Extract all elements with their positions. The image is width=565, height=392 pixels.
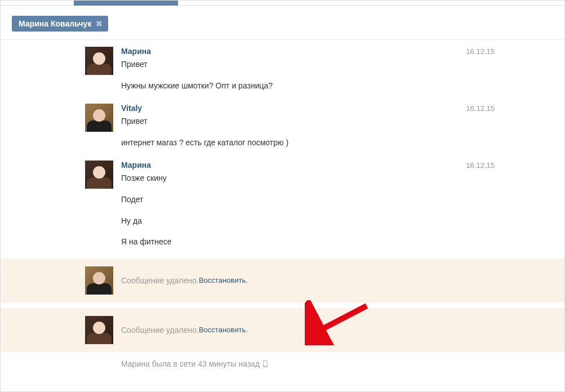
- message-line: Привет: [121, 116, 551, 127]
- svg-point-3: [265, 366, 265, 367]
- deleted-label: Сообщение удалено.: [121, 276, 199, 285]
- avatar[interactable]: [85, 161, 113, 189]
- messages-list: Марина 16.12.15 Привет Нужны мужские шмо…: [1, 40, 564, 353]
- message-header: Марина 16.12.15: [121, 161, 551, 170]
- message-body: Марина 16.12.15 Позже скину Подет Ну да …: [113, 161, 551, 250]
- avatar[interactable]: [85, 47, 113, 75]
- message-body: Vitaly 16.12.15 Привет интернет магаз ? …: [113, 104, 551, 150]
- message-date: 16.12.15: [466, 161, 551, 170]
- app-window: Марина Ковальчук ✖ Марина 16.12.15 Приве…: [0, 0, 565, 392]
- author-link[interactable]: Марина: [121, 47, 151, 56]
- filter-chip-label: Марина Ковальчук: [19, 19, 91, 28]
- message-text: Привет Нужны мужские шмотки? Опт и разни…: [121, 59, 551, 91]
- message-text: Привет интернет магаз ? есть где каталог…: [121, 116, 551, 148]
- message-line: Подет: [121, 194, 551, 206]
- deleted-body: Сообщение удалено. Восстановить.: [113, 266, 551, 295]
- mobile-icon: [263, 360, 268, 367]
- close-icon[interactable]: ✖: [96, 19, 103, 28]
- status-text: Марина была в сети 43 минуты назад: [121, 359, 260, 368]
- avatar[interactable]: [85, 104, 113, 132]
- restore-link[interactable]: Восстановить.: [199, 326, 248, 334]
- filter-bar: Марина Ковальчук ✖: [1, 6, 564, 40]
- message-line: интернет магаз ? есть где каталог посмот…: [121, 137, 551, 149]
- deleted-message-row: Сообщение удалено. Восстановить.: [1, 308, 564, 353]
- message-line: Позже скину: [121, 173, 551, 184]
- message-row: Марина 16.12.15 Привет Нужны мужские шмо…: [1, 40, 564, 97]
- top-nav: [1, 1, 564, 6]
- svg-rect-2: [264, 361, 267, 366]
- message-date: 16.12.15: [466, 104, 551, 113]
- message-line: Привет: [121, 59, 551, 70]
- conversation-filter-chip[interactable]: Марина Ковальчук ✖: [12, 16, 108, 32]
- active-tab-indicator: [74, 1, 178, 6]
- message-line: Я на фитнесе: [121, 237, 551, 248]
- message-header: Vitaly 16.12.15: [121, 104, 551, 113]
- deleted-body: Сообщение удалено. Восстановить.: [113, 316, 551, 344]
- avatar[interactable]: [85, 266, 113, 295]
- message-header: Марина 16.12.15: [121, 47, 551, 56]
- deleted-message-row: Сообщение удалено. Восстановить.: [1, 258, 564, 303]
- restore-link[interactable]: Восстановить.: [199, 276, 248, 284]
- message-text: Позже скину Подет Ну да Я на фитнесе: [121, 173, 551, 247]
- avatar[interactable]: [85, 316, 113, 344]
- author-link[interactable]: Марина: [121, 161, 151, 170]
- deleted-label: Сообщение удалено.: [121, 326, 199, 335]
- message-body: Марина 16.12.15 Привет Нужны мужские шмо…: [113, 47, 551, 93]
- message-line: Ну да: [121, 216, 551, 227]
- message-row: Марина 16.12.15 Позже скину Подет Ну да …: [1, 154, 564, 253]
- online-status: Марина была в сети 43 минуты назад: [1, 353, 564, 377]
- message-row: Vitaly 16.12.15 Привет интернет магаз ? …: [1, 97, 564, 154]
- message-line: Нужны мужские шмотки? Опт и разница?: [121, 81, 551, 92]
- message-date: 16.12.15: [466, 47, 551, 56]
- author-link[interactable]: Vitaly: [121, 104, 142, 113]
